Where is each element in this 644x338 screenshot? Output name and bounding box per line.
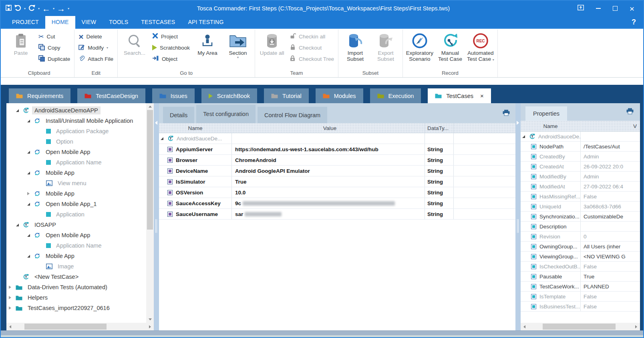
scroll-left-icon[interactable] <box>521 323 528 330</box>
column-name[interactable]: Name <box>521 121 581 131</box>
workspace-tab-testcases[interactable]: TestCases× <box>428 88 491 103</box>
my-area-button[interactable]: My Area <box>193 30 222 56</box>
tree-item[interactable]: Mobile App <box>6 188 146 199</box>
splitter-grip[interactable] <box>517 219 519 233</box>
property-row[interactable]: HasMissingRef...False <box>521 192 640 202</box>
tree-item[interactable]: IOSAPP <box>6 220 146 230</box>
undo-dropdown-icon[interactable]: ▾ <box>24 7 26 10</box>
left-splitter[interactable] <box>154 103 159 330</box>
expander-icon[interactable] <box>27 192 33 195</box>
property-row[interactable]: CreatedByAdmin <box>521 152 640 162</box>
expander-icon[interactable] <box>16 109 22 112</box>
goto-project-button[interactable]: Project <box>151 31 191 42</box>
print-icon[interactable] <box>503 110 510 118</box>
tab-api-testing[interactable]: API TESTING <box>181 16 230 28</box>
column-datatype[interactable]: DataTy... <box>425 123 454 133</box>
tree-item[interactable]: Open Mobile App <box>6 147 146 157</box>
tree-item[interactable]: Open Mobile App <box>6 230 146 240</box>
expander-icon[interactable] <box>16 224 22 226</box>
config-root-row[interactable]: AndroidSauceDe... <box>159 133 515 144</box>
workspace-tab-requirements[interactable]: Requirements <box>9 88 70 103</box>
expander-icon[interactable] <box>27 151 33 154</box>
tree-item[interactable]: Image <box>6 261 146 272</box>
minimize-button[interactable] <box>596 8 601 9</box>
property-row[interactable]: PausableTrue <box>521 272 640 282</box>
section-button[interactable]: Section ▾ <box>223 30 252 60</box>
expander-icon[interactable] <box>9 306 15 310</box>
expander-icon[interactable] <box>27 255 33 258</box>
manual-test-case-button[interactable]: Manual Test Case <box>436 30 465 62</box>
tab-view[interactable]: VIEW <box>75 16 103 28</box>
export-subset-button[interactable]: Export Subset <box>371 30 400 62</box>
tree-item[interactable]: Option <box>6 136 146 147</box>
update-all-button[interactable]: Update all <box>258 30 286 56</box>
redo-icon[interactable] <box>28 4 36 13</box>
scrollbar-thumb[interactable] <box>543 324 616 330</box>
tab-properties[interactable]: Properties <box>525 106 567 121</box>
tree-item[interactable]: Open Mobile App_1 <box>6 199 146 209</box>
property-row[interactable]: Revision0 <box>521 232 640 242</box>
property-row[interactable]: ModifiedByAdmin <box>521 172 640 182</box>
tab-test-configuration[interactable]: Test configuration <box>196 105 256 123</box>
scrollbar-thumb[interactable] <box>24 324 107 330</box>
tab-project[interactable]: PROJECT <box>6 16 45 28</box>
paste-button[interactable]: Paste <box>6 30 35 56</box>
property-row[interactable]: NodePath/TestCases/Aut <box>521 142 640 152</box>
column-name[interactable]: Name <box>159 123 232 133</box>
property-row[interactable]: ViewingGroup...<NO VIEWING G <box>521 252 640 262</box>
navigate-back-icon[interactable]: ← <box>42 4 50 13</box>
ribbon-display-options-icon[interactable] <box>578 5 584 12</box>
column-value[interactable]: V <box>581 121 640 131</box>
close-tab-icon[interactable]: × <box>480 92 484 99</box>
config-row[interactable]: DeviceName Android GoogleAPI Emulator St… <box>159 166 515 176</box>
scroll-down-icon[interactable] <box>146 316 154 323</box>
expander-icon[interactable] <box>9 296 15 299</box>
workspace-tab-issues[interactable]: Issues <box>152 88 195 103</box>
tree-item[interactable]: Mobile App <box>6 168 146 178</box>
copy-button[interactable]: Copy <box>37 42 72 53</box>
collapse-left-icon[interactable] <box>155 121 157 125</box>
expander-icon[interactable] <box>522 135 528 138</box>
collapse-right-icon[interactable] <box>517 121 519 125</box>
tree-vertical-scrollbar[interactable] <box>146 103 154 323</box>
tree-item[interactable]: TestCases_import220927_0616 <box>6 303 146 313</box>
tree-item[interactable]: View menu <box>6 178 146 188</box>
tree-item[interactable]: Application <box>6 209 146 220</box>
property-row[interactable]: IsTemplateFalse <box>521 292 640 302</box>
expander-icon[interactable] <box>27 203 33 206</box>
property-row[interactable]: Synchronizatio...CustomizableDe <box>521 212 640 222</box>
goto-scratchbook-button[interactable]: Scratchbook <box>151 42 191 53</box>
tree-item[interactable]: Install/Uninstall Mobile Application <box>6 116 146 126</box>
property-row[interactable]: TestCaseWork...PLANNED <box>521 282 640 292</box>
tab-tools[interactable]: TOOLS <box>103 16 135 28</box>
config-row[interactable]: IsSimulator True String <box>159 176 515 187</box>
tab-home[interactable]: HOME <box>45 16 75 28</box>
expander-icon[interactable] <box>27 120 33 122</box>
undo-icon[interactable] <box>14 4 22 13</box>
redo-dropdown-icon[interactable]: ▾ <box>38 7 40 10</box>
automated-test-case-button[interactable]: REC Automated Test Case ▾ <box>466 30 495 62</box>
workspace-tab-tutorial[interactable]: Tutorial <box>264 88 309 103</box>
cut-button[interactable]: ✂Cut <box>37 31 72 42</box>
tree-item[interactable]: <New TestCase> <box>6 272 146 282</box>
delete-button[interactable]: ×Delete <box>77 31 115 42</box>
config-row[interactable]: SauceUsername sar String <box>159 209 515 220</box>
attach-file-button[interactable]: Attach File <box>77 53 115 64</box>
tree-item[interactable]: Application Package <box>6 126 146 136</box>
property-row[interactable]: CreatedAt26-09-2022 20:0 <box>521 162 640 172</box>
property-row[interactable]: ModifiedAt27-09-2022 06:4 <box>521 182 640 192</box>
save-icon[interactable] <box>6 5 12 12</box>
expander-icon[interactable] <box>27 172 33 174</box>
properties-root-row[interactable]: AndroidSauceDe... <box>521 132 640 142</box>
tree-item[interactable]: Data-Driven Tests (Automated) <box>6 282 146 292</box>
tree-item[interactable]: Application Name <box>6 240 146 251</box>
expander-icon[interactable] <box>9 286 15 289</box>
config-row[interactable]: OSVersion 10.0 String <box>159 187 515 198</box>
close-button[interactable]: × <box>630 4 634 13</box>
expander-icon[interactable] <box>161 137 167 140</box>
back-dropdown-icon[interactable]: ▾ <box>53 7 54 10</box>
modify-button[interactable]: Modify▾ <box>77 42 115 53</box>
tree-item[interactable]: Helpers <box>6 292 146 303</box>
tab-testcases[interactable]: TESTCASES <box>135 16 181 28</box>
workspace-tab-execution[interactable]: Execution <box>370 88 421 103</box>
